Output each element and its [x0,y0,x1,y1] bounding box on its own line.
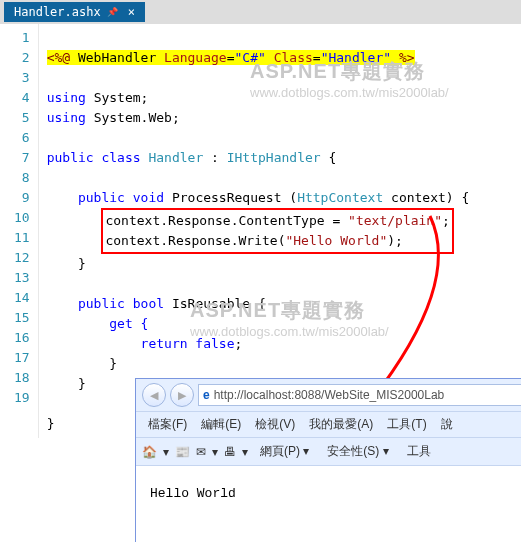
forward-button[interactable]: ▶ [170,383,194,407]
home-icon[interactable]: 🏠 [142,445,157,459]
browser-nav: ◀ ▶ e http://localhost:8088/WebSite_MIS2… [136,379,521,412]
file-tab[interactable]: Handler.ashx 📌 × [4,2,145,22]
tb-tools[interactable]: 工具 [401,441,437,462]
mail-icon[interactable]: ✉ [196,445,206,459]
menu-tools[interactable]: 工具(T) [381,414,432,435]
back-button[interactable]: ◀ [142,383,166,407]
menu-fav[interactable]: 我的最愛(A) [303,414,379,435]
browser-content: Hello World [136,466,521,542]
code-area[interactable]: <%@ WebHandler Language="C#" Class="Hand… [39,24,470,438]
menu-help[interactable]: 說 [435,414,459,435]
tb-page[interactable]: 網頁(P) ▾ [254,441,315,462]
address-bar[interactable]: e http://localhost:8088/WebSite_MIS2000L… [198,384,521,406]
tb-safety[interactable]: 安全性(S) ▾ [321,441,394,462]
tab-filename: Handler.ashx [14,5,101,19]
close-icon[interactable]: × [128,5,135,19]
ie-icon: e [203,388,210,402]
highlighted-code-box: context.Response.ContentType = "text/pla… [101,208,453,254]
feed-icon[interactable]: 📰 [175,445,190,459]
pin-icon[interactable]: 📌 [107,7,118,17]
browser-toolbar: 🏠▾ 📰 ✉▾ 🖶▾ 網頁(P) ▾ 安全性(S) ▾ 工具 [136,438,521,466]
menu-view[interactable]: 檢視(V) [249,414,301,435]
code-editor[interactable]: 12345678910111213141516171819 <%@ WebHan… [0,24,521,438]
tab-bar: Handler.ashx 📌 × [0,0,521,24]
print-icon[interactable]: 🖶 [224,445,236,459]
menu-edit[interactable]: 編輯(E) [195,414,247,435]
menu-file[interactable]: 檔案(F) [142,414,193,435]
browser-window: ◀ ▶ e http://localhost:8088/WebSite_MIS2… [135,378,521,542]
directive-line: <%@ WebHandler Language="C#" Class="Hand… [47,50,415,65]
line-numbers: 12345678910111213141516171819 [0,24,39,438]
browser-menu: 檔案(F) 編輯(E) 檢視(V) 我的最愛(A) 工具(T) 說 [136,412,521,438]
